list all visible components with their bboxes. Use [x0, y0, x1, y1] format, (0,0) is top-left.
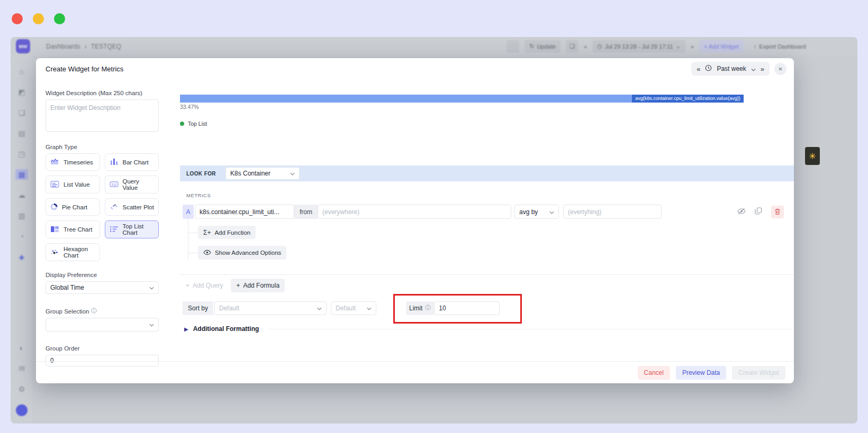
breadcrumb: Dashboards › TESTQEQ — [46, 43, 121, 50]
add-query-button: + Add Query — [183, 279, 226, 292]
chart-legend: Top List — [180, 121, 794, 127]
list-value-icon — [50, 181, 59, 189]
eye-off-icon[interactable] — [737, 207, 746, 217]
zoom-window-button[interactable] — [54, 13, 65, 24]
database-icon[interactable]: ▥ — [15, 210, 28, 221]
close-window-button[interactable] — [12, 13, 23, 24]
duplicate-icon[interactable] — [755, 207, 762, 217]
graph-type-bar-chart[interactable]: Bar Chart — [105, 153, 159, 171]
graph-type-pie-chart[interactable]: Pie Chart — [46, 198, 100, 216]
plus-icon: + — [186, 282, 189, 289]
home-icon[interactable]: ⌂ — [15, 66, 28, 77]
modal-time-nav: « Past week » — [691, 62, 770, 76]
time-range-label[interactable]: Past week — [717, 65, 746, 72]
plus-icon: + — [236, 282, 240, 289]
export-icon: ↑ — [754, 43, 757, 50]
app-logo[interactable]: MW — [16, 39, 30, 53]
query-actions-row: + Add Query + Add Formula — [180, 279, 794, 292]
collapsed-arrow-icon: ▶ — [184, 326, 188, 332]
user-avatar[interactable] — [16, 404, 28, 416]
create-widget-button: Create Widget — [732, 366, 785, 380]
chevron-down-icon: ⌄ — [676, 43, 681, 50]
refresh-icon: ↻ — [529, 43, 534, 50]
eye-icon — [203, 250, 211, 256]
delete-query-button[interactable] — [771, 206, 784, 218]
query-options: Σ+ Add Function Show Advanced Options — [188, 219, 286, 260]
chart-preview: avg(k8s.container.cpu_limit_utilization.… — [180, 95, 794, 127]
display-preference-label: Display Preference — [46, 272, 159, 278]
graph-type-list-value[interactable]: List Value — [46, 176, 100, 194]
gem-icon[interactable]: ◈ — [15, 252, 28, 262]
add-formula-button[interactable]: + Add Formula — [231, 279, 285, 292]
group-selection-label: Group Selection — [46, 308, 159, 315]
show-advanced-options-button[interactable]: Show Advanced Options — [198, 246, 286, 260]
bar-series-label: avg(k8s.container.cpu_limit_utilization.… — [632, 95, 744, 103]
clock-icon: ◷ — [597, 43, 602, 50]
time-prev-button[interactable]: « — [584, 43, 587, 50]
aggregation-select[interactable]: avg by — [514, 205, 559, 219]
modal-title: Create Widget for Metrics — [46, 65, 123, 73]
timeseries-icon — [50, 158, 59, 166]
chat-icon[interactable]: ❑ — [566, 40, 578, 53]
dashboard-icon[interactable]: ▦ — [15, 169, 28, 180]
bar-value: 33.47% — [180, 104, 794, 110]
cancel-button[interactable]: Cancel — [638, 366, 670, 380]
graph-type-timeseries[interactable]: Timeseries — [46, 153, 100, 171]
minimize-window-button[interactable] — [33, 13, 44, 24]
chat-icon[interactable]: ❑ — [15, 107, 28, 118]
settings-icon[interactable]: ⚙ — [15, 384, 28, 394]
chevron-down-icon — [290, 170, 295, 177]
add-function-button[interactable]: Σ+ Add Function — [198, 226, 256, 239]
breadcrumb-separator: › — [85, 43, 87, 50]
clock-icon — [705, 64, 712, 73]
filter-from-input[interactable] — [318, 205, 511, 219]
graph-type-query-value[interactable]: 5.12 Query Value — [105, 176, 159, 194]
annotation-asterisk-icon: ✳ — [805, 147, 820, 165]
query-builder-panel: avg(k8s.container.cpu_limit_utilization.… — [180, 79, 794, 361]
group-selection-select[interactable] — [46, 318, 159, 331]
limit-input[interactable] — [434, 301, 500, 315]
grid-button[interactable] — [507, 40, 519, 53]
graph-type-scatter-plot[interactable]: Scatter Plot — [105, 198, 159, 216]
widget-description-input[interactable] — [46, 99, 159, 132]
metric-query-row: A from avg by — [180, 205, 794, 219]
infrastructure-icon[interactable]: ◩ — [15, 87, 28, 97]
monitor-icon[interactable]: ◔ — [15, 231, 28, 242]
time-prev-button[interactable]: « — [697, 65, 700, 73]
graph-type-hexagon-chart[interactable]: Hexagon Chart — [46, 243, 100, 261]
display-preference-select[interactable]: Global Time — [46, 281, 159, 294]
create-widget-modal: Create Widget for Metrics « Past week » … — [36, 58, 794, 383]
look-for-select[interactable]: K8s Container — [225, 167, 300, 180]
scatter-plot-icon — [110, 203, 119, 211]
svg-text:5.12: 5.12 — [111, 182, 116, 186]
legend-label[interactable]: Top List — [188, 121, 207, 127]
update-button[interactable]: ↻ Update — [525, 40, 560, 53]
cloud-icon[interactable]: ☁ — [15, 190, 28, 200]
tree-chart-icon — [50, 226, 59, 234]
graph-type-tree-chart[interactable]: Tree Chart — [46, 220, 100, 238]
top-list-bar: avg(k8s.container.cpu_limit_utilization.… — [180, 95, 744, 103]
apm-icon[interactable]: ◳ — [15, 149, 28, 159]
preview-data-button[interactable]: Preview Data — [676, 366, 726, 380]
metric-name-input[interactable] — [195, 205, 294, 219]
bar-chart-icon — [110, 158, 119, 166]
time-range-picker[interactable]: ◷ Jul 29 13:28 - Jul 29 17:11 ⌄ — [592, 40, 685, 53]
export-dashboard-button[interactable]: ↑ Export Dashboard — [749, 40, 811, 53]
sort-field-select[interactable]: Default — [214, 301, 327, 315]
graph-type-label: Graph Type — [46, 144, 159, 150]
time-next-button[interactable]: » — [761, 65, 764, 73]
graph-type-top-list-chart[interactable]: Top List Chart — [105, 220, 159, 238]
additional-formatting-toggle[interactable]: ▶ Additional Formatting — [184, 325, 794, 333]
help-icon[interactable]: ◐ — [15, 343, 28, 353]
logs-icon[interactable]: ▤ — [15, 128, 28, 139]
add-widget-button[interactable]: + Add Widget — [699, 40, 744, 53]
section-divider — [180, 274, 794, 275]
modal-footer: Cancel Preview Data Create Widget — [36, 361, 794, 383]
time-next-button[interactable]: » — [691, 43, 694, 50]
group-by-input[interactable] — [563, 205, 662, 219]
sort-direction-select[interactable]: Default — [331, 301, 376, 315]
mail-icon[interactable]: ✉ — [15, 363, 28, 374]
breadcrumb-root[interactable]: Dashboards — [46, 43, 80, 50]
close-icon[interactable]: ✕ — [774, 63, 786, 75]
sort-by-label: Sort by — [183, 301, 213, 315]
